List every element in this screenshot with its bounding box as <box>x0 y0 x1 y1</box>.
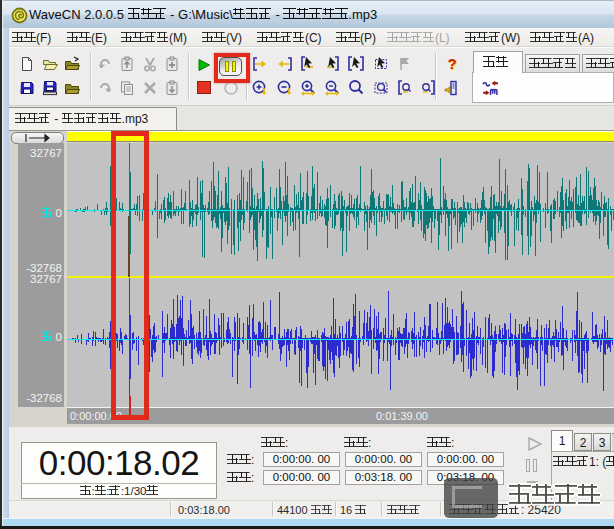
svg-text:?: ? <box>447 56 456 72</box>
